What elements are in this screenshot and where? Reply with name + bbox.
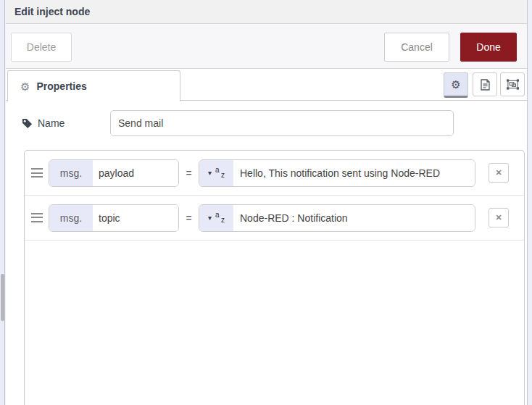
drag-handle-icon[interactable] — [31, 213, 43, 222]
done-button[interactable]: Done — [460, 33, 517, 62]
close-icon: ✕ — [495, 168, 502, 178]
gear-icon: ⚙ — [20, 81, 30, 92]
type-select-button[interactable]: ▾ az — [199, 205, 233, 231]
topic-property-field: msg. — [49, 204, 179, 232]
properties-tab-button[interactable]: ⚙ — [444, 72, 468, 98]
gear-icon: ⚙ — [451, 79, 460, 90]
dialog-header: Edit inject node — [6, 0, 527, 24]
drag-handle-icon[interactable] — [31, 168, 43, 178]
tag-icon — [22, 118, 33, 129]
name-input[interactable] — [110, 110, 454, 136]
editor-tab-bar: ⚙ Properties ⚙ — [6, 69, 527, 101]
property-row-topic: msg. = ▾ az ✕ — [25, 196, 524, 241]
topic-value-input[interactable] — [233, 205, 475, 231]
payload-key-input[interactable] — [93, 160, 178, 186]
page-edge-strip — [0, 0, 5, 405]
payload-value-input[interactable] — [233, 160, 475, 186]
close-icon: ✕ — [495, 213, 502, 222]
inject-properties-list: msg. = ▾ az ✕ msg. — [24, 150, 525, 405]
equals-sign: = — [179, 167, 199, 179]
string-type-icon: az — [215, 212, 225, 224]
chevron-down-icon: ▾ — [208, 170, 212, 177]
msg-prefix-label: msg. — [49, 205, 93, 231]
remove-row-button[interactable]: ✕ — [489, 208, 509, 227]
edit-inject-node-dialog: Edit inject node Delete Cancel Done ⚙ Pr… — [6, 0, 528, 405]
payload-typed-input: ▾ az — [199, 159, 475, 187]
remove-row-button[interactable]: ✕ — [489, 163, 509, 183]
equals-sign: = — [179, 212, 199, 224]
dialog-title: Edit inject node — [14, 6, 90, 17]
topic-typed-input: ▾ az — [199, 204, 475, 232]
appearance-tab-button[interactable] — [500, 72, 525, 96]
tab-properties[interactable]: ⚙ Properties — [7, 70, 180, 101]
document-icon — [481, 79, 490, 91]
dialog-toolbar: Delete Cancel Done — [6, 24, 527, 69]
name-field-row: Name — [22, 110, 454, 136]
topic-key-input[interactable] — [93, 205, 178, 231]
properties-panel: Name msg. = ▾ az ✕ — [6, 101, 527, 405]
type-select-button[interactable]: ▾ az — [199, 160, 233, 186]
object-group-icon — [507, 79, 519, 90]
property-row-payload: msg. = ▾ az ✕ — [25, 151, 524, 196]
description-tab-button[interactable] — [473, 72, 497, 96]
payload-property-field: msg. — [49, 159, 179, 187]
msg-prefix-label: msg. — [49, 160, 93, 186]
tab-properties-label: Properties — [36, 80, 86, 92]
cancel-button[interactable]: Cancel — [384, 33, 449, 62]
delete-button[interactable]: Delete — [11, 33, 72, 62]
chevron-down-icon: ▾ — [208, 214, 212, 222]
string-type-icon: az — [215, 167, 225, 179]
name-field-label: Name — [38, 117, 68, 129]
scrollbar-thumb[interactable] — [1, 274, 4, 321]
